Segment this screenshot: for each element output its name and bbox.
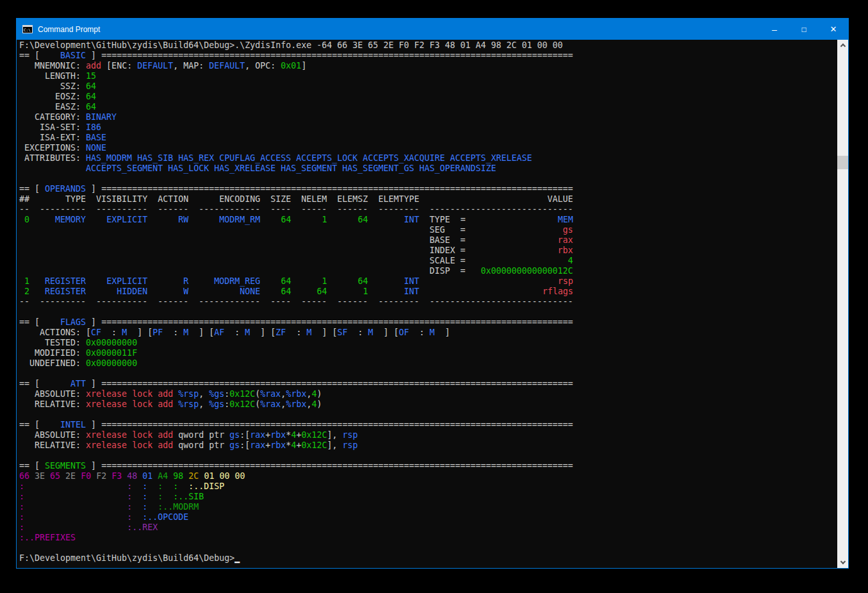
terminal-line: BASE = rax xyxy=(19,235,837,246)
text-segment: rflags xyxy=(543,287,573,296)
text-segment: EXPLICIT xyxy=(106,276,147,286)
text-segment: 01 xyxy=(204,471,214,481)
text-segment: ] xyxy=(86,51,101,60)
text-segment xyxy=(29,215,55,224)
text-segment: ] xyxy=(435,328,450,337)
terminal-line: UNDEFINED: 0x00000000 xyxy=(19,358,837,369)
text-segment: -- --------- ---------- ------ ---------… xyxy=(19,205,429,214)
text-segment: ] [ xyxy=(127,328,152,337)
text-segment: xrelease lock add xyxy=(86,389,178,399)
close-button[interactable]: ✕ xyxy=(819,19,848,40)
text-segment: rax xyxy=(558,235,573,245)
scroll-up-button[interactable] xyxy=(837,40,848,51)
text-segment: VALUE xyxy=(548,194,573,204)
terminal-line: ISA-EXT: BASE xyxy=(19,133,837,143)
text-segment xyxy=(260,287,281,296)
text-segment: %rsp xyxy=(178,399,199,409)
text-segment: ] xyxy=(86,379,101,388)
terminal-line: SCALE = 4 xyxy=(19,256,837,266)
terminal-line: MNEMONIC: add [ENC: DEFAULT, MAP: DEFAUL… xyxy=(19,61,837,71)
text-segment xyxy=(260,215,281,224)
text-segment: gs xyxy=(229,440,240,450)
text-segment: DEFAULT xyxy=(137,61,173,71)
text-segment: %rbx xyxy=(286,389,306,399)
text-segment: 0 xyxy=(24,215,29,224)
text-segment: F0 xyxy=(81,471,91,481)
text-segment xyxy=(76,471,81,481)
text-segment xyxy=(132,481,142,491)
text-segment: A4 xyxy=(158,471,168,481)
text-segment xyxy=(368,215,404,224)
text-segment: 0x01 xyxy=(281,61,301,71)
text-segment: : xyxy=(142,492,147,501)
text-segment: SSZ: xyxy=(19,81,86,91)
text-segment xyxy=(19,276,24,286)
text-segment: ], xyxy=(327,430,342,440)
text-segment: INT xyxy=(404,287,420,296)
text-segment xyxy=(147,492,158,501)
terminal-line: : : : : :..SIB xyxy=(19,492,837,502)
terminal-line: ABSOLUTE: xrelease lock add %rsp, %gs:0x… xyxy=(19,389,837,399)
text-segment: I86 xyxy=(86,122,101,132)
text-segment: 2C xyxy=(188,471,199,481)
text-segment: ] xyxy=(86,420,101,430)
scroll-down-button[interactable] xyxy=(837,557,848,568)
text-segment: ---------------------------- xyxy=(429,205,573,214)
text-segment: DISP = xyxy=(429,266,465,276)
text-segment: ] xyxy=(86,461,101,471)
text-segment: EOSZ: xyxy=(19,92,86,101)
text-segment: F:\Development\GitHub\zydis\Build64\Debu… xyxy=(19,553,234,563)
text-segment: 1 xyxy=(363,287,368,296)
text-segment: xrelease lock add xyxy=(86,430,178,440)
minimize-button[interactable]: – xyxy=(760,19,789,40)
text-segment: INT xyxy=(404,276,420,286)
terminal-line: == [ OPERANDS ] ========================… xyxy=(19,184,837,194)
text-segment xyxy=(132,512,142,522)
text-segment: 64 xyxy=(281,276,291,286)
text-segment xyxy=(86,276,106,286)
text-segment xyxy=(188,276,214,286)
text-segment: ] xyxy=(301,61,306,71)
text-segment: 00 xyxy=(219,471,229,481)
text-segment xyxy=(19,246,429,255)
text-segment: : xyxy=(158,492,163,501)
text-segment: EASZ: xyxy=(19,102,86,112)
text-segment xyxy=(19,163,86,173)
cmd-icon[interactable]: C:\ xyxy=(22,25,33,33)
terminal-output[interactable]: F:\Development\GitHub\zydis\Build64\Debu… xyxy=(17,40,837,568)
text-segment: == [ xyxy=(19,184,40,194)
text-segment xyxy=(465,246,557,255)
text-segment: BINARY xyxy=(86,112,117,122)
text-segment: ========================================… xyxy=(101,461,573,471)
terminal-line: :..PREFIXES xyxy=(19,533,837,543)
text-segment: %gs xyxy=(209,389,224,399)
text-segment xyxy=(465,225,562,235)
text-segment: ] [ xyxy=(250,328,275,337)
text-segment: PF xyxy=(152,328,163,337)
text-segment: MODRM_RM xyxy=(219,215,260,224)
terminal-line: SEG = gs xyxy=(19,225,837,235)
text-segment: 2 xyxy=(24,287,29,296)
text-segment xyxy=(132,502,142,512)
terminal-line: EXCEPTIONS: NONE xyxy=(19,143,837,153)
text-segment: :..OPCODE xyxy=(142,512,188,522)
text-segment xyxy=(147,276,183,286)
text-segment xyxy=(188,287,240,296)
terminal-line: 66 3E 65 2E F0 F2 F3 48 01 A4 98 2C 01 0… xyxy=(19,471,837,481)
text-segment xyxy=(24,492,127,501)
text-segment xyxy=(465,256,568,265)
scrollbar-thumb[interactable] xyxy=(837,156,848,169)
scrollbar[interactable] xyxy=(837,40,848,568)
title-bar[interactable]: C:\ Command Prompt – □ ✕ xyxy=(17,19,848,40)
terminal-line: MODIFIED: 0x0000011F xyxy=(19,348,837,358)
text-segment: ] [ xyxy=(188,328,214,337)
text-segment xyxy=(178,481,188,491)
maximize-button[interactable]: □ xyxy=(789,19,819,40)
text-segment: rbx xyxy=(270,430,286,440)
text-segment: == [ xyxy=(19,420,40,430)
text-segment: : xyxy=(19,512,24,522)
text-segment: 1 xyxy=(24,276,29,286)
text-segment: : xyxy=(142,481,147,491)
text-segment: %rax xyxy=(260,389,281,399)
terminal-line: : :..REX xyxy=(19,522,837,533)
